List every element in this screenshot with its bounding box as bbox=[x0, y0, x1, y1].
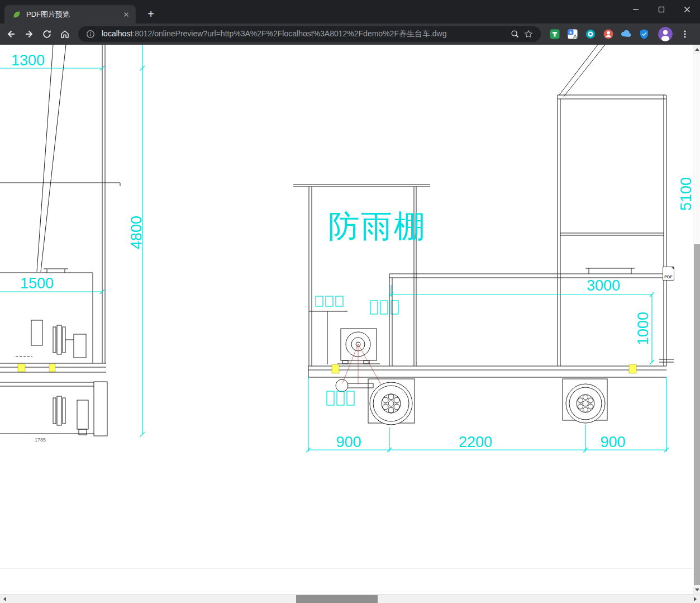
extension-person-icon[interactable] bbox=[602, 28, 615, 40]
browser-menu-icon[interactable] bbox=[678, 27, 692, 41]
maximize-icon[interactable] bbox=[649, 0, 674, 19]
browser-toolbar: localhost:8012/onlinePreview?url=http%3A… bbox=[0, 23, 700, 45]
dim-2200-label: 2200 bbox=[459, 434, 492, 450]
left-elevation-dimensions: 1300 4800 1500 1785 bbox=[0, 45, 145, 443]
dim-900-left-label: 900 bbox=[336, 434, 361, 450]
home-icon[interactable] bbox=[57, 26, 73, 42]
dim-1500-label: 1500 bbox=[20, 275, 54, 292]
dim-3000-label: 3000 bbox=[587, 277, 620, 294]
browser-tab[interactable]: PDF图片预览 bbox=[4, 5, 136, 23]
url-text: localhost:8012/onlinePreview?url=http%3A… bbox=[102, 29, 508, 39]
extension-green-icon[interactable] bbox=[549, 28, 561, 40]
reload-icon[interactable] bbox=[39, 26, 55, 42]
bookmark-star-icon[interactable] bbox=[522, 27, 535, 41]
right-tower-dimensions: 5100 3000 1000 bbox=[389, 177, 693, 364]
scroll-right-icon[interactable] bbox=[691, 595, 700, 603]
url-path: :8012/onlinePreview?url=http%3A%2F%2Floc… bbox=[132, 29, 446, 38]
pdf-download-icon[interactable]: PDF bbox=[663, 267, 674, 281]
left-elevation-lines bbox=[0, 45, 120, 436]
url-host: localhost bbox=[102, 29, 132, 38]
browser-window: PDF图片预览 + bbox=[0, 0, 700, 603]
spring-leaf-favicon bbox=[12, 10, 21, 19]
extension-blue-ring-icon[interactable] bbox=[584, 28, 597, 40]
back-icon[interactable] bbox=[3, 26, 19, 42]
dim-4800-label: 4800 bbox=[128, 216, 145, 249]
minimize-icon[interactable] bbox=[623, 0, 649, 19]
extension-translate-icon[interactable] bbox=[566, 28, 579, 40]
pdf-badge-label: PDF bbox=[664, 275, 673, 279]
new-tab-button[interactable]: + bbox=[143, 7, 159, 22]
extension-shield-icon[interactable] bbox=[638, 28, 650, 40]
close-icon[interactable] bbox=[674, 0, 700, 19]
rain-shelter-label: 防雨棚 bbox=[328, 208, 427, 244]
browser-titlebar: PDF图片预览 + bbox=[0, 0, 700, 23]
dim-900-right-label: 900 bbox=[600, 434, 625, 450]
vertical-scrollbar[interactable] bbox=[693, 45, 700, 594]
address-bar[interactable]: localhost:8012/onlinePreview?url=http%3A… bbox=[78, 26, 541, 42]
page-fold-icon bbox=[671, 267, 674, 270]
scroll-down-icon[interactable] bbox=[693, 585, 700, 594]
horizontal-scrollbar[interactable] bbox=[0, 594, 700, 603]
extension-cloud-icon[interactable] bbox=[620, 28, 632, 40]
forward-icon[interactable] bbox=[21, 26, 37, 42]
page-info-icon[interactable] bbox=[84, 27, 97, 41]
zoom-icon[interactable] bbox=[508, 27, 522, 41]
right-tower-lines bbox=[389, 45, 674, 366]
dim-1785-label: 1785 bbox=[35, 437, 46, 443]
tab-close-icon[interactable] bbox=[121, 10, 131, 20]
scroll-left-icon[interactable] bbox=[0, 595, 9, 603]
window-controls bbox=[623, 0, 700, 19]
profile-avatar[interactable] bbox=[658, 27, 673, 41]
dim-5100-label: 5100 bbox=[678, 177, 693, 211]
tab-title: PDF图片预览 bbox=[26, 10, 121, 20]
horizontal-scroll-thumb[interactable] bbox=[296, 595, 378, 603]
extensions-row bbox=[549, 28, 650, 40]
cad-drawing-canvas: 1300 4800 1500 1785 bbox=[0, 45, 693, 594]
dim-1000-label: 1000 bbox=[635, 312, 651, 345]
chassis-lines bbox=[308, 364, 666, 425]
scroll-up-icon[interactable] bbox=[693, 45, 700, 54]
vertical-scroll-thumb[interactable] bbox=[694, 244, 700, 585]
chassis-dimensions: 900 2200 900 bbox=[306, 377, 669, 452]
page-content: 1300 4800 1500 1785 bbox=[0, 45, 700, 603]
dim-1300-label: 1300 bbox=[11, 52, 45, 69]
